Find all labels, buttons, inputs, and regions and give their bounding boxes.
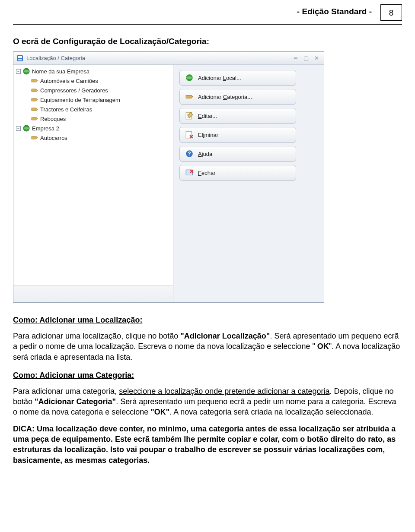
category-icon xyxy=(31,77,38,85)
add-location-button[interactable]: Adicionar Local... xyxy=(179,70,296,86)
help-button[interactable]: ? Ajuda xyxy=(179,146,296,162)
category-icon xyxy=(31,115,38,123)
howto-location-heading: Como: Adicionar uma Localização: xyxy=(13,316,402,325)
howto-location-paragraph: Para adicionar uma localização, clique n… xyxy=(13,331,402,362)
category-icon xyxy=(185,92,194,101)
minimize-button[interactable]: ━ xyxy=(291,55,300,62)
doc-header-title: - Edição Standard - xyxy=(297,4,372,16)
window-title: Localização / Categoria xyxy=(26,55,85,61)
category-icon xyxy=(31,105,38,113)
globe-icon xyxy=(185,73,194,82)
close-window-button[interactable]: Fechar xyxy=(179,165,296,180)
button-label: Fechar xyxy=(198,170,215,176)
tree-category-label: Autocarros xyxy=(40,135,67,141)
svg-rect-1 xyxy=(18,56,22,58)
button-label: Adicionar Local... xyxy=(198,75,241,81)
svg-rect-2 xyxy=(18,59,22,60)
tree-location-2[interactable]: − Empresa 2 xyxy=(13,124,173,133)
tree-status-area xyxy=(13,285,173,302)
help-icon: ? xyxy=(185,149,194,158)
howto-category-heading: Como: Adicionar uma Categoria: xyxy=(13,371,402,380)
tree-category-label: Automóveis e Camiões xyxy=(40,78,98,84)
page-number: 8 xyxy=(380,4,402,21)
tree-category[interactable]: Equipamento de Terraplanagem xyxy=(13,95,173,104)
collapse-icon[interactable]: − xyxy=(16,69,21,74)
window-titlebar: Localização / Categoria ━ ▢ ✕ xyxy=(13,52,324,65)
collapse-icon[interactable]: − xyxy=(16,126,21,131)
howto-category-paragraph: Para adicionar uma categoria, seleccione… xyxy=(13,386,402,418)
globe-icon xyxy=(22,67,30,75)
delete-icon xyxy=(185,130,194,139)
button-label: Ajuda xyxy=(198,151,212,157)
tree-category-label: Compressores / Geradores xyxy=(40,87,108,94)
tree-location-label: Nome da sua Empresa xyxy=(32,68,89,75)
category-icon xyxy=(31,86,38,94)
tree-category-label: Equipamento de Terraplanagem xyxy=(40,97,120,103)
maximize-button[interactable]: ▢ xyxy=(301,55,311,62)
button-pane: Adicionar Local... Adicionar Categoria..… xyxy=(173,65,324,302)
close-button[interactable]: ✕ xyxy=(312,55,321,62)
section-title: O ecrã de Configuração de Localização/Ca… xyxy=(13,37,402,46)
tree-location-1[interactable]: − Nome da sua Empresa xyxy=(13,66,173,76)
tree-category[interactable]: Autocarros xyxy=(13,133,173,142)
tree-category[interactable]: Automóveis e Camiões xyxy=(13,76,173,86)
globe-icon xyxy=(22,124,30,132)
add-category-button[interactable]: Adicionar Categoria... xyxy=(179,89,296,104)
app-window: Localização / Categoria ━ ▢ ✕ − Nome da … xyxy=(13,51,324,303)
window-icon xyxy=(16,54,24,62)
delete-button[interactable]: Eliminar xyxy=(179,127,296,142)
button-label: Eliminar xyxy=(198,132,218,138)
tree-location-label: Empresa 2 xyxy=(32,125,59,132)
edit-icon xyxy=(185,111,194,120)
category-icon xyxy=(31,134,38,142)
close-icon xyxy=(185,168,194,177)
svg-text:?: ? xyxy=(188,151,191,157)
tip-paragraph: DICA: Uma localização deve conter, no mí… xyxy=(13,424,402,466)
edit-button[interactable]: Editar... xyxy=(179,108,296,124)
button-label: Editar... xyxy=(198,113,217,119)
tree-category[interactable]: Tractores e Ceifeiras xyxy=(13,104,173,114)
tree-pane: − Nome da sua Empresa Automóveis e Camiõ… xyxy=(13,65,173,302)
button-label: Adicionar Categoria... xyxy=(198,94,252,100)
tree-category-label: Tractores e Ceifeiras xyxy=(40,106,92,113)
category-icon xyxy=(31,96,38,104)
tree-category[interactable]: Compressores / Geradores xyxy=(13,86,173,95)
tree-category-label: Reboques xyxy=(40,116,66,122)
tree-category[interactable]: Reboques xyxy=(13,114,173,124)
